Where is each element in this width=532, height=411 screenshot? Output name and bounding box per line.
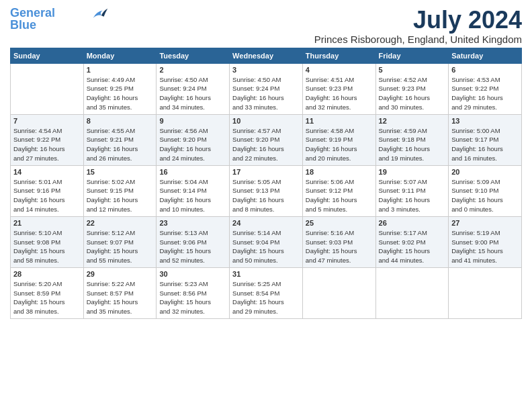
calendar-cell: 27Sunrise: 5:19 AMSunset: 9:00 PMDayligh… (449, 216, 522, 267)
cell-content: Sunrise: 5:20 AMSunset: 8:59 PMDaylight:… (13, 279, 81, 316)
cell-content: Sunrise: 5:00 AMSunset: 9:17 PMDaylight:… (451, 126, 519, 163)
cell-content: Sunrise: 5:01 AMSunset: 9:16 PMDaylight:… (13, 177, 81, 214)
cell-content: Sunrise: 5:13 AMSunset: 9:06 PMDaylight:… (159, 228, 226, 265)
day-number: 14 (13, 168, 81, 176)
calendar-cell: 5Sunrise: 4:52 AMSunset: 9:23 PMDaylight… (375, 63, 449, 114)
cell-content: Sunrise: 4:55 AMSunset: 9:21 PMDaylight:… (87, 126, 154, 163)
calendar-cell: 14Sunrise: 5:01 AMSunset: 9:16 PMDayligh… (11, 165, 84, 216)
calendar-header-row: Sunday Monday Tuesday Wednesday Thursday… (11, 48, 522, 63)
day-number: 23 (159, 219, 226, 227)
header-wednesday: Wednesday (230, 48, 303, 63)
cell-content: Sunrise: 5:17 AMSunset: 9:02 PMDaylight:… (379, 228, 446, 265)
day-number: 30 (159, 270, 226, 278)
day-number: 22 (87, 219, 154, 227)
cell-content: Sunrise: 5:06 AMSunset: 9:12 PMDaylight:… (306, 177, 373, 214)
cell-content: Sunrise: 5:14 AMSunset: 9:04 PMDaylight:… (232, 228, 300, 265)
header-sunday: Sunday (11, 48, 84, 63)
calendar-cell: 15Sunrise: 5:02 AMSunset: 9:15 PMDayligh… (83, 165, 157, 216)
day-number: 17 (232, 168, 300, 176)
day-number: 18 (306, 168, 373, 176)
day-number: 27 (451, 219, 519, 227)
cell-content: Sunrise: 5:09 AMSunset: 9:10 PMDaylight:… (451, 177, 519, 214)
cell-content: Sunrise: 5:19 AMSunset: 9:00 PMDaylight:… (451, 228, 519, 265)
calendar-week-3: 21Sunrise: 5:10 AMSunset: 9:08 PMDayligh… (11, 216, 522, 267)
cell-content: Sunrise: 5:05 AMSunset: 9:13 PMDaylight:… (232, 177, 300, 214)
calendar-cell: 1Sunrise: 4:49 AMSunset: 9:25 PMDaylight… (83, 63, 157, 114)
header: GeneralBlue July 2024 Princes Risborough… (10, 7, 522, 45)
cell-content: Sunrise: 4:57 AMSunset: 9:20 PMDaylight:… (232, 126, 300, 163)
calendar-cell: 23Sunrise: 5:13 AMSunset: 9:06 PMDayligh… (157, 216, 230, 267)
cell-content: Sunrise: 5:23 AMSunset: 8:56 PMDaylight:… (159, 279, 226, 316)
cell-content: Sunrise: 4:52 AMSunset: 9:23 PMDaylight:… (379, 75, 446, 112)
cell-content: Sunrise: 5:22 AMSunset: 8:57 PMDaylight:… (87, 279, 154, 316)
calendar-cell (302, 267, 375, 318)
header-thursday: Thursday (302, 48, 375, 63)
calendar-cell: 18Sunrise: 5:06 AMSunset: 9:12 PMDayligh… (302, 165, 375, 216)
cell-content: Sunrise: 4:50 AMSunset: 9:24 PMDaylight:… (159, 75, 226, 112)
calendar-week-0: 1Sunrise: 4:49 AMSunset: 9:25 PMDaylight… (11, 63, 522, 114)
day-number: 10 (232, 117, 300, 125)
day-number: 8 (87, 117, 154, 125)
calendar-cell: 11Sunrise: 4:58 AMSunset: 9:19 PMDayligh… (302, 114, 375, 165)
header-friday: Friday (375, 48, 449, 63)
calendar-cell (11, 63, 84, 114)
calendar-cell: 30Sunrise: 5:23 AMSunset: 8:56 PMDayligh… (157, 267, 230, 318)
calendar-cell: 10Sunrise: 4:57 AMSunset: 9:20 PMDayligh… (230, 114, 303, 165)
day-number: 1 (87, 66, 154, 74)
calendar-cell: 8Sunrise: 4:55 AMSunset: 9:21 PMDaylight… (83, 114, 157, 165)
calendar-week-2: 14Sunrise: 5:01 AMSunset: 9:16 PMDayligh… (11, 165, 522, 216)
calendar-cell (375, 267, 449, 318)
calendar-cell: 3Sunrise: 4:50 AMSunset: 9:24 PMDaylight… (230, 63, 303, 114)
header-monday: Monday (83, 48, 157, 63)
day-number: 31 (232, 270, 300, 278)
calendar-cell: 29Sunrise: 5:22 AMSunset: 8:57 PMDayligh… (83, 267, 157, 318)
day-number: 28 (13, 270, 81, 278)
day-number: 24 (232, 219, 300, 227)
title-section: July 2024 Princes Risborough, England, U… (314, 7, 522, 45)
calendar-cell: 26Sunrise: 5:17 AMSunset: 9:02 PMDayligh… (375, 216, 449, 267)
cell-content: Sunrise: 4:51 AMSunset: 9:23 PMDaylight:… (306, 75, 373, 112)
day-number: 12 (379, 117, 446, 125)
day-number: 3 (232, 66, 300, 74)
header-saturday: Saturday (449, 48, 522, 63)
calendar-cell: 28Sunrise: 5:20 AMSunset: 8:59 PMDayligh… (11, 267, 84, 318)
day-number: 20 (451, 168, 519, 176)
day-number: 4 (306, 66, 373, 74)
cell-content: Sunrise: 5:02 AMSunset: 9:15 PMDaylight:… (87, 177, 154, 214)
calendar-cell: 22Sunrise: 5:12 AMSunset: 9:07 PMDayligh… (83, 216, 157, 267)
cell-content: Sunrise: 4:58 AMSunset: 9:19 PMDaylight:… (306, 126, 373, 163)
day-number: 2 (159, 66, 226, 74)
calendar-cell: 7Sunrise: 4:54 AMSunset: 9:22 PMDaylight… (11, 114, 84, 165)
cell-content: Sunrise: 4:59 AMSunset: 9:18 PMDaylight:… (379, 126, 446, 163)
cell-content: Sunrise: 4:49 AMSunset: 9:25 PMDaylight:… (87, 75, 154, 112)
day-number: 11 (306, 117, 373, 125)
day-number: 9 (159, 117, 226, 125)
day-number: 19 (379, 168, 446, 176)
cell-content: Sunrise: 4:54 AMSunset: 9:22 PMDaylight:… (13, 126, 81, 163)
calendar-cell: 17Sunrise: 5:05 AMSunset: 9:13 PMDayligh… (230, 165, 303, 216)
main-title: July 2024 (314, 7, 522, 34)
calendar-cell: 24Sunrise: 5:14 AMSunset: 9:04 PMDayligh… (230, 216, 303, 267)
day-number: 16 (159, 168, 226, 176)
cell-content: Sunrise: 5:07 AMSunset: 9:11 PMDaylight:… (379, 177, 446, 214)
calendar-cell: 12Sunrise: 4:59 AMSunset: 9:18 PMDayligh… (375, 114, 449, 165)
calendar-cell: 2Sunrise: 4:50 AMSunset: 9:24 PMDaylight… (157, 63, 230, 114)
logo-text: GeneralBlue (10, 7, 55, 31)
calendar-table: Sunday Monday Tuesday Wednesday Thursday… (10, 48, 522, 319)
day-number: 15 (87, 168, 154, 176)
day-number: 13 (451, 117, 519, 125)
day-number: 21 (13, 219, 81, 227)
cell-content: Sunrise: 4:50 AMSunset: 9:24 PMDaylight:… (232, 75, 300, 112)
cell-content: Sunrise: 5:04 AMSunset: 9:14 PMDaylight:… (159, 177, 226, 214)
logo: GeneralBlue (10, 7, 109, 31)
day-number: 26 (379, 219, 446, 227)
calendar-cell: 31Sunrise: 5:25 AMSunset: 8:54 PMDayligh… (230, 267, 303, 318)
calendar-cell (449, 267, 522, 318)
page: GeneralBlue July 2024 Princes Risborough… (0, 0, 532, 411)
subtitle: Princes Risborough, England, United King… (314, 34, 522, 45)
day-number: 6 (451, 66, 519, 74)
day-number: 25 (306, 219, 373, 227)
cell-content: Sunrise: 4:56 AMSunset: 9:20 PMDaylight:… (159, 126, 226, 163)
calendar-cell: 6Sunrise: 4:53 AMSunset: 9:22 PMDaylight… (449, 63, 522, 114)
calendar-cell: 25Sunrise: 5:16 AMSunset: 9:03 PMDayligh… (302, 216, 375, 267)
